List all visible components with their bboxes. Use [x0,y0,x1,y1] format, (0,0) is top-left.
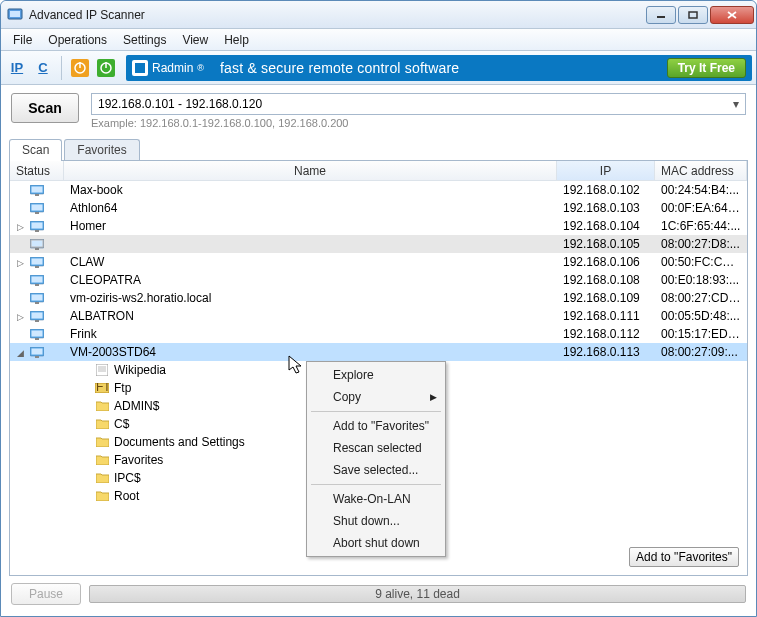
radmin-logo: Radmin® [132,60,204,76]
window-title: Advanced IP Scanner [29,8,644,22]
host-row[interactable]: vm-oziris-ws2.horatio.local 192.168.0.10… [10,289,747,307]
svg-text:FTP: FTP [96,383,109,393]
menu-settings[interactable]: Settings [117,31,172,49]
ctx-copy[interactable]: Copy▶ [309,386,443,408]
ctx-save[interactable]: Save selected... [309,459,443,481]
host-ip: 192.168.0.111 [557,309,655,323]
expander-icon[interactable]: ▷ [16,259,25,268]
power-on-icon[interactable] [94,56,118,80]
column-ip[interactable]: IP [557,161,655,180]
progress-bar: 9 alive, 11 dead [89,585,746,603]
cursor-icon [288,355,306,377]
minimize-button[interactable] [646,6,676,24]
svg-rect-31 [35,284,39,286]
expander-icon[interactable]: ▷ [16,313,25,322]
tab-strip: Scan Favorites [1,139,756,161]
svg-rect-15 [32,186,43,192]
svg-rect-30 [32,276,43,282]
host-row[interactable]: Max-book 192.168.0.102 00:24:54:B4:... [10,181,747,199]
child-name: Wikipedia [110,363,166,377]
host-name: Frink [64,327,557,341]
c-tool-icon[interactable]: C [31,56,55,80]
tab-favorites[interactable]: Favorites [64,139,139,161]
host-mac: 00:05:5D:48:... [655,309,747,323]
status-bar: Pause 9 alive, 11 dead [1,583,756,613]
svg-rect-18 [32,204,43,210]
ctx-add-favorites[interactable]: Add to "Favorites" [309,415,443,437]
pause-button[interactable]: Pause [11,583,81,605]
host-mac: 08:00:27:D8:... [655,237,747,251]
menu-help[interactable]: Help [218,31,255,49]
title-bar: Advanced IP Scanner [1,1,756,29]
ip-range-example: Example: 192.168.0.1-192.168.0.100, 192.… [91,117,746,129]
scan-button[interactable]: Scan [11,93,79,123]
column-status[interactable]: Status [10,161,64,180]
ip-range-value: 192.168.0.101 - 192.168.0.120 [98,97,262,111]
host-row[interactable]: ▷ CLAW 192.168.0.106 00:50:FC:C6:... [10,253,747,271]
host-mac: 08:00:27:09:... [655,345,747,359]
host-row[interactable]: ▷ Homer 192.168.0.104 1C:6F:65:44:... [10,217,747,235]
host-mac: 00:50:FC:C6:... [655,255,747,269]
host-ip: 192.168.0.104 [557,219,655,233]
svg-rect-28 [35,266,39,268]
host-mac: 08:00:27:CD:... [655,291,747,305]
svg-rect-22 [35,230,39,232]
host-name: VM-2003STD64 [64,345,557,359]
host-row[interactable]: Frink 192.168.0.112 00:15:17:ED:... [10,325,747,343]
add-to-favorites-button[interactable]: Add to "Favorites" [629,547,739,567]
host-mac: 00:0F:EA:64:... [655,201,747,215]
svg-rect-44 [96,364,108,376]
host-row[interactable]: ◢ VM-2003STD64 192.168.0.113 08:00:27:09… [10,343,747,361]
svg-rect-3 [689,12,697,18]
results-list: Max-book 192.168.0.102 00:24:54:B4:... A… [10,181,747,575]
folder-icon [94,401,110,411]
child-name: Ftp [110,381,131,395]
close-button[interactable] [710,6,754,24]
maximize-button[interactable] [678,6,708,24]
host-ip: 192.168.0.109 [557,291,655,305]
folder-icon [94,437,110,447]
ctx-abort-shutdown[interactable]: Abort shut down [309,532,443,554]
svg-rect-1 [10,11,20,17]
ctx-rescan[interactable]: Rescan selected [309,437,443,459]
host-row[interactable]: CLEOPATRA 192.168.0.108 00:E0:18:93:... [10,271,747,289]
host-row[interactable]: 192.168.0.105 08:00:27:D8:... [10,235,747,253]
toolbar: IP C Radmin® fast & secure remote contro… [1,51,756,85]
ip-tool-icon[interactable]: IP [5,56,29,80]
ctx-wake-on-lan[interactable]: Wake-On-LAN [309,488,443,510]
svg-rect-19 [35,212,39,214]
promo-banner[interactable]: Radmin® fast & secure remote control sof… [126,55,752,81]
ctx-explore[interactable]: Explore [309,364,443,386]
svg-rect-25 [35,248,39,250]
expander-icon[interactable]: ▷ [16,223,25,232]
power-off-icon[interactable] [68,56,92,80]
child-name: IPC$ [110,471,141,485]
menu-operations[interactable]: Operations [42,31,113,49]
host-mac: 00:15:17:ED:... [655,327,747,341]
svg-rect-43 [35,356,39,358]
svg-rect-33 [32,294,43,300]
child-name: Favorites [110,453,163,467]
child-name: ADMIN$ [110,399,159,413]
menu-view[interactable]: View [176,31,214,49]
svg-rect-34 [35,302,39,304]
host-mac: 00:E0:18:93:... [655,273,747,287]
ctx-shutdown[interactable]: Shut down... [309,510,443,532]
svg-rect-36 [32,312,43,318]
column-mac[interactable]: MAC address [655,161,747,180]
dropdown-icon[interactable]: ▾ [733,97,739,111]
folder-icon [94,491,110,501]
column-name[interactable]: Name [64,161,557,180]
tab-scan[interactable]: Scan [9,139,62,161]
child-name: Documents and Settings [110,435,245,449]
expanded-children: Wikipedia FTP Ftp ADMIN$ C$ Documents an… [10,361,747,505]
svg-rect-42 [32,348,43,354]
host-ip: 192.168.0.105 [557,237,655,251]
list-header: Status Name IP MAC address [10,161,747,181]
menu-file[interactable]: File [7,31,38,49]
expander-icon[interactable]: ◢ [16,349,25,358]
try-it-free-button[interactable]: Try It Free [667,58,746,78]
host-row[interactable]: ▷ ALBATRON 192.168.0.111 00:05:5D:48:... [10,307,747,325]
ip-range-input[interactable]: 192.168.0.101 - 192.168.0.120 ▾ [91,93,746,115]
host-row[interactable]: Athlon64 192.168.0.103 00:0F:EA:64:... [10,199,747,217]
